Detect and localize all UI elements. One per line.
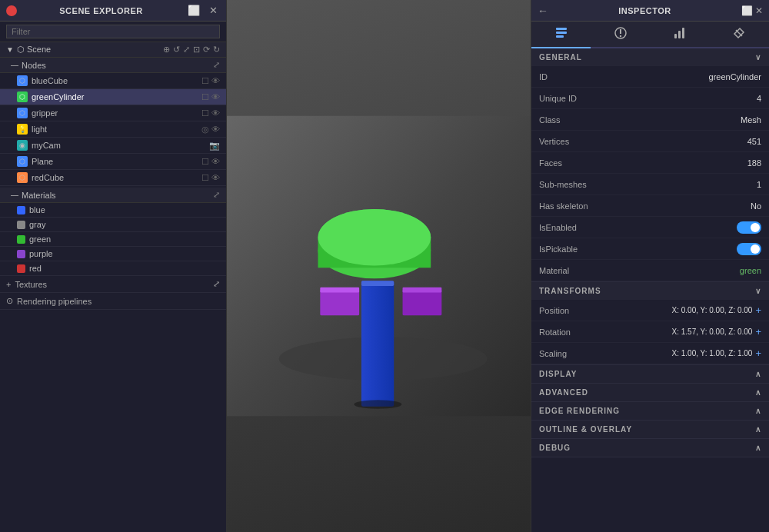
nodes-expand-icon[interactable]: ⤢ xyxy=(213,60,220,70)
light-label: light xyxy=(32,125,198,134)
inspector-title: INSPECTOR xyxy=(554,6,735,15)
materials-arrow: — xyxy=(11,191,18,199)
outline-overlay-label: OUTLINE & OVERLAY xyxy=(539,425,632,434)
tab-tools[interactable] xyxy=(710,22,769,48)
camera-icon[interactable]: 📷 xyxy=(209,141,220,151)
eye-icon-circle[interactable]: ◎ xyxy=(201,125,209,135)
inspector-back-button[interactable]: ← xyxy=(538,5,548,17)
rendering-row[interactable]: ⊙ Rendering pipelines xyxy=(0,293,226,310)
general-section-header[interactable]: GENERAL ∨ xyxy=(531,48,769,66)
advanced-section-header[interactable]: ADVANCED ∧ xyxy=(531,384,769,401)
mat-swatch-red xyxy=(17,264,25,273)
checkbox-icon[interactable]: ☐ xyxy=(201,173,209,183)
svg-point-18 xyxy=(620,35,621,37)
nodes-actions: ⤢ xyxy=(213,60,220,70)
mat-item-red[interactable]: red xyxy=(0,261,226,276)
class-label: Class xyxy=(539,115,616,125)
materials-group-header[interactable]: — Materials ⤢ xyxy=(0,188,226,203)
tree-item-light[interactable]: 💡 light ◎ 👁 xyxy=(0,121,226,138)
filter-input[interactable] xyxy=(6,25,220,38)
svg-rect-14 xyxy=(556,32,567,34)
checkbox-icon[interactable]: ☐ xyxy=(201,157,209,167)
svg-rect-13 xyxy=(556,28,567,30)
position-add-button[interactable]: + xyxy=(755,304,761,316)
tree-item-mycam[interactable]: ◉ myCam 📷 xyxy=(0,138,226,154)
textures-row[interactable]: + Textures ⤢ xyxy=(0,276,226,293)
inspector-minimize-button[interactable]: ⬜ xyxy=(741,5,753,16)
expand-icon[interactable]: ⤢ xyxy=(183,45,190,55)
add-node-icon[interactable]: ⊕ xyxy=(163,45,170,55)
eye-icon[interactable]: 👁 xyxy=(211,92,220,102)
scene-root[interactable]: ▼ ⬡ Scene ⊕ ↺ ⤢ ⊡ ⟳ ↻ xyxy=(0,42,226,58)
link-icon[interactable]: ⊡ xyxy=(193,45,200,55)
outline-overlay-section: OUTLINE & OVERLAY ∧ xyxy=(531,421,769,439)
mat-swatch-purple xyxy=(17,250,25,258)
mat-swatch-blue xyxy=(17,206,25,214)
general-section: GENERAL ∨ ID greenCylinder Unique ID 4 C… xyxy=(531,48,769,282)
row-unique-id: Unique ID 4 xyxy=(531,88,769,109)
row-material: Material green xyxy=(531,260,769,281)
textures-expand-icon[interactable]: ⤢ xyxy=(213,279,220,289)
greencylinder-controls: ☐ 👁 xyxy=(201,92,220,102)
position-value: X: 0.00, Y: 0.00, Z: 0.00 xyxy=(616,306,752,314)
transforms-section-header[interactable]: TRANSFORMS ∨ xyxy=(531,282,769,300)
checkbox-icon[interactable]: ☐ xyxy=(201,108,209,118)
tree-item-plane[interactable]: ⬡ Plane ☐ 👁 xyxy=(0,154,226,170)
edge-rendering-label: EDGE RENDERING xyxy=(539,407,620,415)
svg-rect-6 xyxy=(320,289,359,315)
inspector-close-button[interactable]: ✕ xyxy=(755,5,763,16)
mat-item-purple[interactable]: purple xyxy=(0,247,226,261)
edge-rendering-section: EDGE RENDERING ∧ xyxy=(531,402,769,421)
tab-statistics[interactable] xyxy=(651,22,710,48)
debug-section-header[interactable]: DEBUG ∧ xyxy=(531,439,769,457)
mat-label-gray: gray xyxy=(29,220,45,229)
outline-overlay-section-header[interactable]: OUTLINE & OVERLAY ∧ xyxy=(531,421,769,438)
sync-icon[interactable]: ⟳ xyxy=(203,45,210,55)
general-label: GENERAL xyxy=(539,53,582,62)
svg-rect-19 xyxy=(674,34,677,38)
tree-item-gripper[interactable]: ⬡ gripper ☐ 👁 xyxy=(0,105,226,121)
material-value[interactable]: green xyxy=(616,266,761,275)
gripper-label: gripper xyxy=(32,108,198,118)
tree-item-redcube[interactable]: ⬡ redCube ☐ 👁 xyxy=(0,170,226,186)
mat-item-gray[interactable]: gray xyxy=(0,218,226,232)
mat-item-green[interactable]: green xyxy=(0,232,226,247)
svg-line-22 xyxy=(736,30,742,36)
mat-item-blue[interactable]: blue xyxy=(0,203,226,218)
bluecube-icon: ⬡ xyxy=(17,75,28,86)
scene-arrow: ▼ xyxy=(6,45,14,54)
svg-rect-7 xyxy=(320,288,359,293)
material-label: Material xyxy=(539,266,616,275)
display-section-header[interactable]: DISPLAY ∧ xyxy=(531,365,769,383)
eye-icon[interactable]: 👁 xyxy=(211,125,220,135)
minimize-button[interactable]: ⬜ xyxy=(185,4,202,17)
mat-label-green: green xyxy=(29,234,51,244)
isenabled-toggle[interactable] xyxy=(737,221,761,234)
faces-value: 188 xyxy=(616,158,761,168)
scaling-add-button[interactable]: + xyxy=(755,347,761,359)
eye-icon[interactable]: 👁 xyxy=(211,76,220,86)
mat-label-red: red xyxy=(29,264,42,273)
checkbox-icon[interactable]: ☐ xyxy=(201,92,209,102)
eye-icon[interactable]: 👁 xyxy=(211,173,220,183)
refresh-icon[interactable]: ↺ xyxy=(173,45,180,55)
close-button[interactable]: ✕ xyxy=(207,4,220,17)
redcube-icon: ⬡ xyxy=(17,172,28,183)
materials-expand-icon[interactable]: ⤢ xyxy=(213,190,220,200)
refresh2-icon[interactable]: ↻ xyxy=(213,45,220,55)
tab-debug-node[interactable] xyxy=(591,22,650,48)
edge-rendering-section-header[interactable]: EDGE RENDERING ∧ xyxy=(531,402,769,420)
tree-item-bluecube[interactable]: ⬡ blueCube ☐ 👁 xyxy=(0,73,226,89)
mycam-icon: ◉ xyxy=(17,140,28,151)
ispickable-toggle[interactable] xyxy=(737,243,761,255)
eye-icon[interactable]: 👁 xyxy=(211,157,220,167)
nodes-group-header[interactable]: — Nodes ⤢ xyxy=(0,58,226,73)
eye-icon[interactable]: 👁 xyxy=(211,108,220,118)
tab-properties[interactable] xyxy=(531,22,591,48)
checkbox-icon[interactable]: ☐ xyxy=(201,76,209,86)
plane-icon: ⬡ xyxy=(17,156,28,167)
rotation-add-button[interactable]: + xyxy=(755,326,761,337)
viewport[interactable] xyxy=(227,0,531,532)
tree-item-greencylinder[interactable]: ⬡ greenCylinder ☐ 👁 xyxy=(0,89,226,105)
inspector-body: GENERAL ∨ ID greenCylinder Unique ID 4 C… xyxy=(531,48,769,532)
